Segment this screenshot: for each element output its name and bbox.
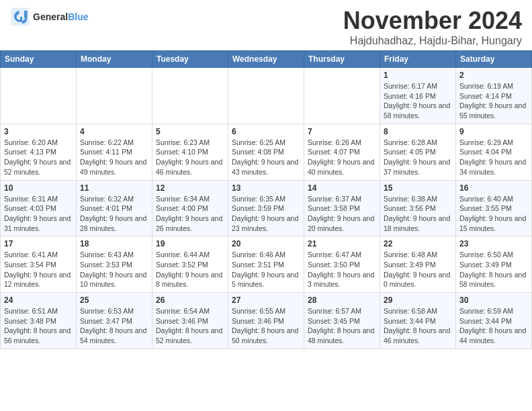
day-number: 9 — [459, 127, 528, 136]
day-info: Sunrise: 6:41 AM Sunset: 3:54 PM Dayligh… — [4, 250, 73, 289]
calendar-day-header: Tuesday — [152, 51, 228, 68]
day-info: Sunrise: 6:32 AM Sunset: 4:01 PM Dayligh… — [80, 194, 148, 234]
calendar-cell: 27Sunrise: 6:55 AM Sunset: 3:46 PM Dayli… — [228, 293, 304, 349]
day-number: 13 — [232, 183, 300, 193]
calendar-cell: 21Sunrise: 6:47 AM Sunset: 3:50 PM Dayli… — [304, 236, 380, 293]
calendar-cell: 8Sunrise: 6:28 AM Sunset: 4:05 PM Daylig… — [380, 124, 456, 180]
calendar-cell: 1Sunrise: 6:17 AM Sunset: 4:16 PM Daylig… — [380, 68, 456, 124]
calendar-cell: 12Sunrise: 6:34 AM Sunset: 4:00 PM Dayli… — [152, 180, 228, 236]
calendar-header-row: SundayMondayTuesdayWednesdayThursdayFrid… — [1, 51, 532, 68]
day-number: 22 — [384, 239, 452, 248]
location-title: Hajduhadhaz, Hajdu-Bihar, Hungary — [343, 35, 522, 47]
calendar-week-row: 3Sunrise: 6:20 AM Sunset: 4:13 PM Daylig… — [1, 124, 532, 180]
day-number: 6 — [232, 127, 300, 136]
calendar-cell: 14Sunrise: 6:37 AM Sunset: 3:58 PM Dayli… — [304, 180, 380, 236]
day-info: Sunrise: 6:34 AM Sunset: 4:00 PM Dayligh… — [156, 194, 224, 234]
calendar-cell: 7Sunrise: 6:26 AM Sunset: 4:07 PM Daylig… — [304, 124, 380, 180]
day-info: Sunrise: 6:26 AM Sunset: 4:07 PM Dayligh… — [308, 138, 376, 177]
day-info: Sunrise: 6:40 AM Sunset: 3:55 PM Dayligh… — [459, 194, 528, 234]
day-number: 23 — [459, 239, 528, 248]
day-info: Sunrise: 6:38 AM Sunset: 3:56 PM Dayligh… — [384, 194, 452, 234]
calendar-cell: 23Sunrise: 6:50 AM Sunset: 3:49 PM Dayli… — [456, 236, 532, 293]
day-info: Sunrise: 6:43 AM Sunset: 3:53 PM Dayligh… — [80, 250, 148, 289]
day-number: 15 — [384, 183, 452, 193]
day-number: 7 — [308, 127, 376, 136]
calendar-week-row: 24Sunrise: 6:51 AM Sunset: 3:48 PM Dayli… — [1, 293, 532, 349]
day-number: 11 — [80, 183, 148, 193]
day-number: 24 — [4, 295, 73, 305]
calendar-week-row: 17Sunrise: 6:41 AM Sunset: 3:54 PM Dayli… — [1, 236, 532, 293]
day-info: Sunrise: 6:35 AM Sunset: 3:59 PM Dayligh… — [232, 194, 300, 234]
day-number: 16 — [459, 183, 528, 193]
calendar-cell: 19Sunrise: 6:44 AM Sunset: 3:52 PM Dayli… — [152, 236, 228, 293]
day-number: 20 — [232, 239, 300, 248]
page-header: GeneralBlue November 2024 Hajduhadhaz, H… — [0, 0, 532, 50]
day-number: 4 — [80, 127, 148, 136]
day-number: 3 — [4, 127, 73, 136]
calendar-day-header: Friday — [380, 51, 456, 68]
calendar-cell — [77, 68, 152, 124]
day-number: 18 — [80, 239, 148, 248]
day-number: 10 — [4, 183, 73, 193]
day-info: Sunrise: 6:51 AM Sunset: 3:48 PM Dayligh… — [4, 306, 73, 346]
calendar-cell: 29Sunrise: 6:58 AM Sunset: 3:44 PM Dayli… — [380, 293, 456, 349]
title-area: November 2024 Hajduhadhaz, Hajdu-Bihar, … — [343, 7, 522, 47]
logo: GeneralBlue — [10, 7, 88, 27]
day-number: 12 — [156, 183, 224, 193]
day-number: 1 — [384, 71, 452, 80]
calendar-cell: 20Sunrise: 6:46 AM Sunset: 3:51 PM Dayli… — [228, 236, 304, 293]
day-number: 26 — [156, 295, 224, 305]
day-info: Sunrise: 6:53 AM Sunset: 3:47 PM Dayligh… — [80, 306, 148, 346]
calendar-cell: 26Sunrise: 6:54 AM Sunset: 3:46 PM Dayli… — [152, 293, 228, 349]
calendar-table: SundayMondayTuesdayWednesdayThursdayFrid… — [0, 50, 532, 349]
day-number: 17 — [4, 239, 73, 248]
day-info: Sunrise: 6:31 AM Sunset: 4:03 PM Dayligh… — [4, 194, 73, 234]
day-number: 21 — [308, 239, 376, 248]
day-number: 27 — [232, 295, 300, 305]
calendar-cell: 11Sunrise: 6:32 AM Sunset: 4:01 PM Dayli… — [77, 180, 152, 236]
calendar-day-header: Wednesday — [228, 51, 304, 68]
day-info: Sunrise: 6:47 AM Sunset: 3:50 PM Dayligh… — [308, 250, 376, 289]
calendar-day-header: Saturday — [456, 51, 532, 68]
calendar-day-header: Monday — [77, 51, 152, 68]
calendar-cell — [304, 68, 380, 124]
calendar-cell: 2Sunrise: 6:19 AM Sunset: 4:14 PM Daylig… — [456, 68, 532, 124]
calendar-cell: 18Sunrise: 6:43 AM Sunset: 3:53 PM Dayli… — [77, 236, 152, 293]
calendar-day-header: Sunday — [1, 51, 77, 68]
day-number: 28 — [308, 295, 376, 305]
day-info: Sunrise: 6:58 AM Sunset: 3:44 PM Dayligh… — [384, 306, 452, 346]
calendar-cell: 22Sunrise: 6:48 AM Sunset: 3:49 PM Dayli… — [380, 236, 456, 293]
day-info: Sunrise: 6:23 AM Sunset: 4:10 PM Dayligh… — [156, 138, 224, 177]
day-info: Sunrise: 6:59 AM Sunset: 3:44 PM Dayligh… — [459, 306, 528, 346]
day-number: 5 — [156, 127, 224, 136]
day-info: Sunrise: 6:57 AM Sunset: 3:45 PM Dayligh… — [308, 306, 376, 346]
calendar-cell — [1, 68, 77, 124]
calendar-day-header: Thursday — [304, 51, 380, 68]
day-info: Sunrise: 6:50 AM Sunset: 3:49 PM Dayligh… — [459, 250, 528, 289]
calendar-cell: 16Sunrise: 6:40 AM Sunset: 3:55 PM Dayli… — [456, 180, 532, 236]
calendar-cell — [228, 68, 304, 124]
calendar-cell: 3Sunrise: 6:20 AM Sunset: 4:13 PM Daylig… — [1, 124, 77, 180]
calendar-week-row: 1Sunrise: 6:17 AM Sunset: 4:16 PM Daylig… — [1, 68, 532, 124]
calendar-cell: 10Sunrise: 6:31 AM Sunset: 4:03 PM Dayli… — [1, 180, 77, 236]
day-info: Sunrise: 6:46 AM Sunset: 3:51 PM Dayligh… — [232, 250, 300, 289]
calendar-cell: 25Sunrise: 6:53 AM Sunset: 3:47 PM Dayli… — [77, 293, 152, 349]
calendar-cell: 15Sunrise: 6:38 AM Sunset: 3:56 PM Dayli… — [380, 180, 456, 236]
calendar-cell: 28Sunrise: 6:57 AM Sunset: 3:45 PM Dayli… — [304, 293, 380, 349]
day-info: Sunrise: 6:22 AM Sunset: 4:11 PM Dayligh… — [80, 138, 148, 177]
calendar-cell: 5Sunrise: 6:23 AM Sunset: 4:10 PM Daylig… — [152, 124, 228, 180]
calendar-cell: 9Sunrise: 6:29 AM Sunset: 4:04 PM Daylig… — [456, 124, 532, 180]
day-number: 29 — [384, 295, 452, 305]
calendar-cell: 6Sunrise: 6:25 AM Sunset: 4:08 PM Daylig… — [228, 124, 304, 180]
logo-text: GeneralBlue — [33, 11, 88, 22]
calendar-cell: 4Sunrise: 6:22 AM Sunset: 4:11 PM Daylig… — [77, 124, 152, 180]
day-info: Sunrise: 6:48 AM Sunset: 3:49 PM Dayligh… — [384, 250, 452, 289]
day-info: Sunrise: 6:54 AM Sunset: 3:46 PM Dayligh… — [156, 306, 224, 346]
day-info: Sunrise: 6:29 AM Sunset: 4:04 PM Dayligh… — [459, 138, 528, 177]
calendar-cell: 13Sunrise: 6:35 AM Sunset: 3:59 PM Dayli… — [228, 180, 304, 236]
day-info: Sunrise: 6:19 AM Sunset: 4:14 PM Dayligh… — [459, 81, 528, 121]
day-number: 30 — [459, 295, 528, 305]
calendar-week-row: 10Sunrise: 6:31 AM Sunset: 4:03 PM Dayli… — [1, 180, 532, 236]
day-number: 2 — [459, 71, 528, 80]
calendar-cell: 24Sunrise: 6:51 AM Sunset: 3:48 PM Dayli… — [1, 293, 77, 349]
